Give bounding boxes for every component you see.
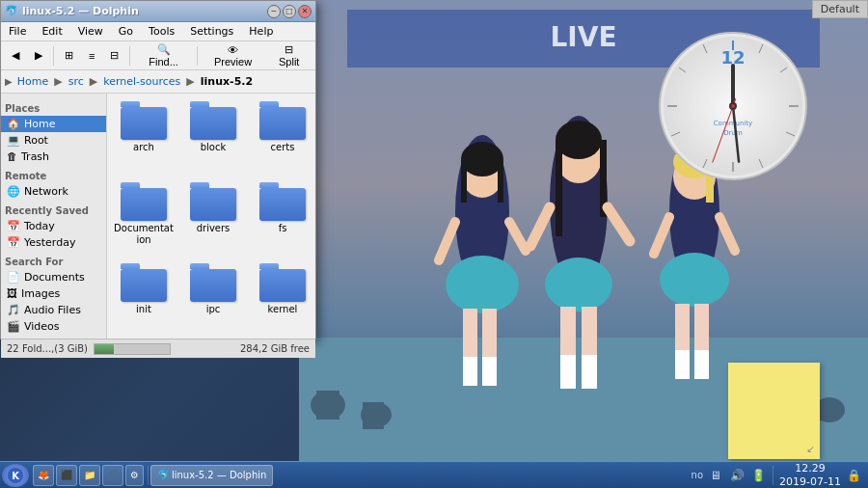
clock-widget: 12 Community Drum bbox=[656, 29, 810, 183]
close-button[interactable]: ✕ bbox=[298, 5, 312, 18]
firefox-icon: 🦊 bbox=[38, 470, 49, 480]
folder-body bbox=[121, 107, 167, 140]
folder-icon-block bbox=[190, 101, 236, 140]
icon-view-button[interactable]: ⊞ bbox=[58, 44, 80, 68]
folder-body bbox=[259, 269, 306, 302]
file-item-ipc[interactable]: ipc bbox=[180, 259, 246, 337]
menu-view[interactable]: View bbox=[74, 23, 107, 40]
back-button[interactable]: ◀ bbox=[5, 44, 26, 68]
breadcrumb-src[interactable]: src bbox=[66, 74, 87, 89]
file-item-block[interactable]: block bbox=[180, 97, 246, 175]
taskbar-window-label: linux-5.2 — Dolphin bbox=[172, 470, 266, 480]
sidebar: Places 🏠 Home 💻 Root 🗑 Trash Remote 🌐 Ne… bbox=[1, 94, 107, 339]
taskbar-settings[interactable]: ⚙ bbox=[125, 465, 144, 486]
files-icon: 📁 bbox=[84, 470, 95, 480]
taskbar-date: 2019-07-11 bbox=[779, 475, 841, 488]
status-progress bbox=[94, 343, 171, 355]
maximize-button[interactable]: □ bbox=[283, 5, 296, 18]
sidebar-item-today[interactable]: 📅 Today bbox=[1, 218, 106, 234]
sidebar-label-today: Today bbox=[24, 220, 55, 232]
menu-file[interactable]: File bbox=[5, 23, 30, 40]
sidebar-item-videos[interactable]: 🎬 Videos bbox=[1, 318, 106, 335]
content-area: Places 🏠 Home 💻 Root 🗑 Trash Remote 🌐 Ne… bbox=[1, 94, 315, 339]
minimize-button[interactable]: ─ bbox=[267, 5, 281, 18]
sidebar-label-root: Root bbox=[24, 134, 48, 147]
menu-go[interactable]: Go bbox=[115, 23, 137, 40]
window-controls: ─ □ ✕ bbox=[267, 5, 312, 18]
svg-rect-9 bbox=[482, 357, 497, 386]
kde-start-button[interactable]: K bbox=[2, 464, 29, 487]
menu-settings[interactable]: Settings bbox=[186, 23, 237, 40]
folder-icon-certs bbox=[259, 101, 306, 140]
sidebar-item-documents[interactable]: 📄 Documents bbox=[1, 269, 106, 285]
svg-point-5 bbox=[446, 256, 519, 313]
sidebar-item-audio[interactable]: 🎵 Audio Files bbox=[1, 302, 106, 318]
svg-rect-20 bbox=[560, 355, 576, 389]
toolbar-sep-3 bbox=[197, 46, 198, 66]
sidebar-label-network: Network bbox=[24, 185, 68, 198]
column-view-button[interactable]: ⊟ bbox=[103, 44, 125, 68]
breadcrumb-kernel-sources[interactable]: kernel-sources bbox=[100, 74, 183, 89]
battery-tray-icon[interactable]: 🔋 bbox=[749, 467, 767, 484]
file-item-fs[interactable]: fs bbox=[250, 178, 315, 256]
file-item-certs[interactable]: certs bbox=[250, 97, 315, 175]
language-indicator[interactable]: no bbox=[692, 470, 703, 480]
taskbar-system-tray: no 🖥 🔊 🔋 12.29 2019-07-11 🔒 bbox=[692, 462, 866, 487]
sidebar-item-images[interactable]: 🖼 Images bbox=[1, 285, 106, 302]
find-button[interactable]: 🔍 Find... bbox=[134, 44, 192, 68]
folder-icon-ipc bbox=[190, 263, 236, 302]
menu-tools[interactable]: Tools bbox=[145, 23, 178, 40]
menu-edit[interactable]: Edit bbox=[38, 23, 66, 40]
sidebar-item-root[interactable]: 💻 Root bbox=[1, 132, 106, 149]
folder-icon-documentation bbox=[121, 182, 167, 221]
folder-icon-fs bbox=[259, 182, 306, 221]
taskbar-clock[interactable]: 12.29 2019-07-11 bbox=[779, 462, 841, 487]
taskbar-active-window[interactable]: 🐬 linux-5.2 — Dolphin bbox=[150, 465, 273, 486]
taskbar-terminal[interactable]: ⬛ bbox=[56, 465, 77, 486]
file-item-arch[interactable]: arch bbox=[111, 97, 176, 175]
file-item-kernel[interactable]: kernel bbox=[250, 259, 315, 337]
taskbar-firefox[interactable]: 🦊 bbox=[33, 465, 54, 486]
sidebar-section-recently-saved: Recently Saved bbox=[1, 203, 106, 218]
trash-icon: 🗑 bbox=[7, 150, 17, 163]
sidebar-section-remote: Remote bbox=[1, 169, 106, 183]
clock-svg: 12 Community Drum bbox=[656, 29, 810, 183]
menu-help[interactable]: Help bbox=[245, 23, 277, 40]
breadcrumb-home[interactable]: Home bbox=[14, 74, 51, 89]
sidebar-item-network[interactable]: 🌐 Network bbox=[1, 183, 106, 200]
yesterday-icon: 📅 bbox=[7, 236, 20, 249]
file-label-arch: arch bbox=[133, 142, 154, 153]
svg-rect-33 bbox=[694, 350, 709, 379]
toolbar-sep-2 bbox=[129, 46, 130, 66]
sidebar-item-yesterday[interactable]: 📅 Yesterday bbox=[1, 234, 106, 251]
file-item-drivers[interactable]: drivers bbox=[180, 178, 246, 256]
preview-button[interactable]: 👁 Preview bbox=[202, 44, 265, 68]
documents-icon: 📄 bbox=[7, 271, 20, 284]
split-button[interactable]: ⊟ Split bbox=[266, 44, 312, 68]
terminal-icon: ⬛ bbox=[61, 470, 72, 480]
svg-point-17 bbox=[545, 258, 612, 312]
lock-icon[interactable]: 🔒 bbox=[845, 467, 862, 484]
file-label-certs: certs bbox=[271, 142, 295, 153]
sticky-note: ↙ bbox=[728, 363, 820, 459]
folder-icon-arch bbox=[121, 101, 167, 140]
svg-rect-21 bbox=[582, 355, 597, 389]
folder-icon-init bbox=[121, 263, 167, 302]
list-view-button[interactable]: ≡ bbox=[82, 44, 101, 68]
file-item-documentation[interactable]: Documentation bbox=[111, 178, 176, 256]
audio-tray-icon[interactable]: 🔊 bbox=[728, 467, 746, 484]
taskbar-music[interactable]: 🎵 bbox=[102, 465, 123, 486]
sidebar-section-search: Search For bbox=[1, 255, 106, 269]
sidebar-item-trash[interactable]: 🗑 Trash bbox=[1, 149, 106, 165]
root-icon: 💻 bbox=[7, 134, 20, 147]
dolphin-app-icon: 🐬 bbox=[5, 5, 18, 18]
sidebar-item-home[interactable]: 🏠 Home bbox=[1, 116, 106, 132]
forward-button[interactable]: ▶ bbox=[28, 44, 49, 68]
taskbar-files[interactable]: 📁 bbox=[79, 465, 100, 486]
title-bar: 🐬 linux-5.2 — Dolphin ─ □ ✕ bbox=[1, 1, 315, 22]
home-icon: 🏠 bbox=[7, 118, 20, 130]
network-icon: 🌐 bbox=[7, 185, 20, 198]
file-item-init[interactable]: init bbox=[111, 259, 176, 337]
default-button[interactable]: Default bbox=[812, 0, 868, 18]
network-tray-icon[interactable]: 🖥 bbox=[707, 467, 724, 484]
